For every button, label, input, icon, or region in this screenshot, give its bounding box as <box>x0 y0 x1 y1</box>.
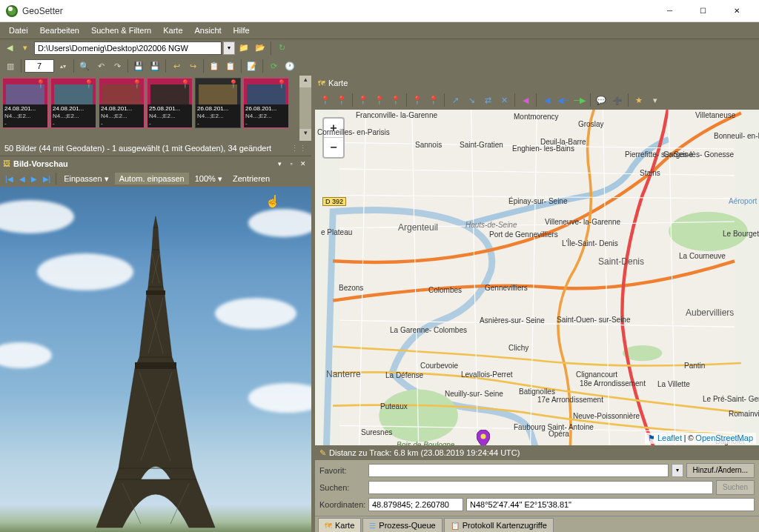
direction-minus-icon[interactable]: ↘ <box>464 93 479 107</box>
rotate-right-icon[interactable]: ↷ <box>110 59 125 73</box>
coord-decimal-input[interactable] <box>368 498 463 511</box>
drive-icon[interactable]: ▾ <box>18 41 33 56</box>
add-change-button[interactable]: Hinzuf./Ändern... <box>686 463 755 478</box>
menu-search-filter[interactable]: Suchen & Filtern <box>85 24 157 37</box>
spinner-up-down[interactable]: ▴▾ <box>56 59 70 73</box>
zoom-in-button[interactable]: + <box>324 119 343 138</box>
panel-pin-button[interactable]: ▫ <box>286 159 296 169</box>
save-all-icon[interactable]: 💾 <box>148 59 162 73</box>
panel-close-button[interactable]: ✕ <box>298 159 308 169</box>
tab-access-log[interactable]: 📋Protokoll Kartenzugriffe <box>444 518 554 532</box>
thumbnail-item[interactable]: 📍24.08.201...N4...;E2...- <box>99 78 145 128</box>
road-badge-d392: D 392 <box>322 197 346 206</box>
clock-icon[interactable]: 🕐 <box>282 59 297 73</box>
track-next-icon[interactable]: ─▶ <box>572 93 587 107</box>
path-dropdown-arrow[interactable]: ▾ <box>223 41 235 55</box>
up-folder-icon[interactable]: 📁 <box>236 41 251 55</box>
minimize-button[interactable]: ─ <box>653 0 686 21</box>
thumbnail-item[interactable]: 📍24.08.201...N4...;E2...- <box>2 78 48 128</box>
favorite-input[interactable] <box>368 464 669 477</box>
favorite-star-icon[interactable]: ★ <box>632 93 646 107</box>
image-preview[interactable]: ☝ <box>0 187 311 532</box>
menu-map[interactable]: Karte <box>157 24 188 37</box>
zoom-out-button[interactable]: − <box>324 138 343 157</box>
refresh-icon[interactable]: ↻ <box>274 41 289 55</box>
sort-button[interactable]: ▥ <box>3 59 18 73</box>
app-title: GeoSetter <box>22 6 653 16</box>
zoom-100-button[interactable]: 100% ▾ <box>190 173 227 185</box>
fit-button[interactable]: Einpassen ▾ <box>59 173 113 185</box>
menu-edit[interactable]: Bearbeiten <box>34 24 85 37</box>
pin-icon: 📍 <box>132 79 142 89</box>
favorite-dropdown-arrow[interactable]: ▾ <box>672 464 683 477</box>
next-image-icon[interactable]: ▶ <box>29 173 39 184</box>
menu-view[interactable]: Ansicht <box>189 24 228 37</box>
chat-icon[interactable]: 💬 <box>594 93 609 107</box>
marker-purple-alt-icon[interactable]: 📍 <box>426 93 441 107</box>
thumbnail-item[interactable]: 📍24.08.201...N4...;E2...- <box>50 78 96 128</box>
thumbnail-item[interactable]: 📍26.08.201...N4...;E2...- <box>243 78 289 128</box>
marker-green-icon[interactable]: 📍 <box>318 93 333 107</box>
map-panel-title: Karte <box>328 79 348 87</box>
track-status-bar: ✎ Distanz zu Track: 6.8 km (23.08.2019 1… <box>315 445 759 460</box>
first-image-icon[interactable]: |◀ <box>3 173 16 184</box>
marker-red-minus-icon[interactable]: 📍 <box>388 93 403 107</box>
tab-map[interactable]: 🗺Karte <box>318 518 361 532</box>
close-button[interactable]: ✕ <box>720 0 753 21</box>
search-button[interactable]: Suchen <box>716 480 755 495</box>
preview-toolbar: |◀ ◀ ▶ ▶| Einpassen ▾ Autom. einpassen 1… <box>0 170 311 187</box>
edit-data-icon[interactable]: 📝 <box>245 59 259 73</box>
rotate-left-icon[interactable]: ↶ <box>93 59 108 73</box>
thumbnail-scrollbar[interactable]: ▴▾ <box>299 76 311 141</box>
auto-fit-button[interactable]: Autom. einpassen <box>115 173 189 184</box>
last-image-icon[interactable]: ▶| <box>41 173 53 184</box>
maximize-button[interactable]: ☐ <box>686 0 720 21</box>
leaflet-link[interactable]: Leaflet <box>657 433 682 442</box>
right-pane: 🗺 Karte 📍 📍 📍 📍 📍 📍 📍 ↗ ↘ ⇄ ✕ ◀ ◀ ◀─ ─▶ <box>315 76 759 532</box>
thumb-dash: - <box>244 120 288 127</box>
coord-dms-input[interactable] <box>466 498 755 511</box>
thumb-geo: N4...;E2... <box>51 113 96 120</box>
map-marker-selected[interactable] <box>477 430 490 445</box>
redo-icon[interactable]: ↪ <box>185 59 200 73</box>
search-input[interactable] <box>368 481 713 494</box>
refresh-folder-icon[interactable]: 📂 <box>253 41 268 55</box>
marker-purple-icon[interactable]: 📍 <box>410 93 425 107</box>
prev-image-icon[interactable]: ◀ <box>17 173 27 184</box>
save-icon[interactable]: 💾 <box>131 59 146 73</box>
menu-file[interactable]: Datei <box>3 24 34 37</box>
map-attribution: ⚑ Leaflet | © OpenStreetMap <box>645 433 756 444</box>
track-prev-purple-icon[interactable]: ◀ <box>518 93 533 107</box>
back-icon[interactable]: ◀ <box>3 41 16 55</box>
panel-minimize-button[interactable]: ▾ <box>274 159 285 169</box>
undo-icon[interactable]: ↩ <box>169 59 184 73</box>
pin-icon: 📍 <box>180 79 190 89</box>
svg-rect-9 <box>135 362 176 369</box>
marker-red-plus-icon[interactable]: 📍 <box>372 93 387 107</box>
favorite-dropdown[interactable]: ▾ <box>648 93 663 107</box>
direction-arrows-icon[interactable]: ⇄ <box>480 93 495 107</box>
marker-red-icon[interactable]: 📍 <box>356 93 371 107</box>
osm-link[interactable]: OpenStreetMap <box>695 433 753 442</box>
map-view[interactable]: D 392 + − Franconville- la-Garenne Corme… <box>315 110 759 445</box>
path-input[interactable] <box>34 41 222 55</box>
track-prev-icon[interactable]: ◀─ <box>556 93 571 107</box>
marker-green-minus-icon[interactable]: 📍 <box>334 93 349 107</box>
paste-icon[interactable]: 📋 <box>223 59 238 73</box>
tab-process-queue[interactable]: ☰Prozess-Queue <box>362 518 442 532</box>
thumbnail-item[interactable]: 📍25.08.201...N4...;E2...- <box>147 78 193 128</box>
thumbnail-item[interactable]: 📍26.08.201...N4...;E2...- <box>195 78 241 128</box>
direction-plus-icon[interactable]: ✕ <box>497 93 511 107</box>
menu-help[interactable]: Hilfe <box>228 24 256 37</box>
bottom-tabs: 🗺Karte ☰Prozess-Queue 📋Protokoll Kartenz… <box>315 516 759 532</box>
copy-icon[interactable]: 📋 <box>207 59 222 73</box>
center-button[interactable]: Zentrieren <box>228 173 274 184</box>
track-first-icon[interactable]: ◀ <box>540 93 554 107</box>
thumb-size-spinner[interactable] <box>24 59 54 73</box>
zoom-out-icon[interactable]: 🔍 <box>77 59 92 73</box>
svg-rect-8 <box>146 290 165 295</box>
add-poi-icon[interactable]: ➕ <box>610 93 625 107</box>
direction-icon[interactable]: ↗ <box>448 93 463 107</box>
svg-point-12 <box>669 212 748 251</box>
gps-sync-icon[interactable]: ⟳ <box>266 59 281 73</box>
